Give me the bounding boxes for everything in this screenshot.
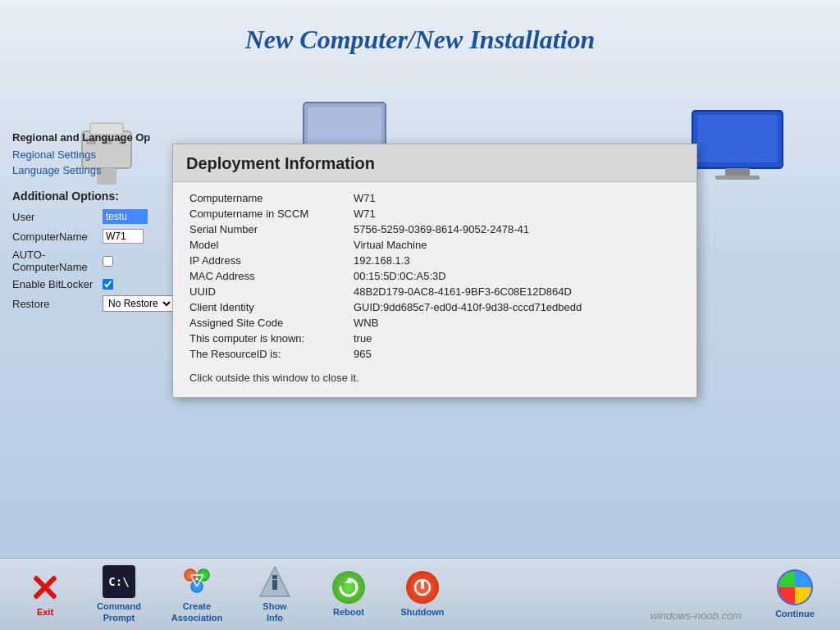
info-row-ip: IP Address 192.168.1.3	[189, 254, 680, 267]
restore-field: Restore No Restore	[12, 295, 160, 312]
deployment-popup-body: Computername W71 Computername in SCCM W7…	[173, 182, 696, 397]
show-info-button[interactable]: Show Info	[246, 565, 304, 623]
user-field: User	[12, 209, 160, 224]
info-value-ip: 192.168.1.3	[354, 254, 410, 267]
info-label-serial: Serial Number	[189, 223, 354, 235]
info-label-client-identity: Client Identity	[189, 301, 354, 313]
continue-label: Continue	[775, 609, 815, 619]
info-value-model: Virtual Machine	[354, 239, 427, 251]
info-row-computername: Computername W71	[189, 192, 680, 204]
info-value-client-identity: GUID:9dd685c7-ed0d-410f-9d38-cccd71edbed…	[354, 301, 582, 313]
monitor-right-icon	[684, 107, 791, 197]
additional-options-title: Additional Options:	[12, 189, 160, 203]
info-label-resourceid: The ResourceID is:	[189, 348, 354, 360]
auto-computername-label: AUTO- ComputerName	[12, 249, 103, 273]
user-input[interactable]	[103, 209, 148, 224]
regional-section-title: Regional and Language Op	[12, 131, 160, 144]
reboot-label: Reboot	[333, 607, 364, 618]
info-row-client-identity: Client Identity GUID:9dd685c7-ed0d-410f-…	[189, 301, 680, 313]
svg-rect-7	[308, 107, 381, 146]
show-info-label: Show Info	[262, 601, 286, 623]
show-info-icon	[258, 565, 291, 598]
popup-footer: Click outside this window to close it.	[189, 372, 680, 384]
info-row-mac: MAC Address 00:15:5D:0C:A5:3D	[189, 270, 680, 282]
user-label: User	[12, 211, 103, 223]
svg-rect-11	[697, 115, 778, 162]
sidebar-link-language[interactable]: Language Settings	[12, 164, 160, 176]
info-row-computername-sccm: Computername in SCCM W71	[189, 208, 680, 220]
enable-bitlocker-checkbox[interactable]	[103, 279, 113, 290]
info-value-mac: 00:15:5D:0C:A5:3D	[354, 270, 446, 282]
command-prompt-label: Command Prompt	[97, 601, 141, 623]
taskbar-left: Exit C:\ Command Prompt Create Associati…	[16, 565, 451, 623]
svg-rect-21	[272, 580, 277, 590]
deployment-popup: Deployment Information Computername W71 …	[172, 144, 697, 398]
computername-label: ComputerName	[12, 231, 103, 243]
svg-rect-13	[715, 176, 760, 180]
enable-bitlocker-label: Enable BitLocker	[12, 278, 103, 290]
sidebar-link-regional[interactable]: Regional Settings	[12, 148, 160, 161]
info-label-computername-sccm: Computername in SCCM	[189, 208, 354, 220]
svg-rect-12	[725, 168, 750, 176]
info-label-model: Model	[189, 239, 354, 251]
deployment-popup-title: Deployment Information	[173, 144, 696, 182]
svg-rect-25	[421, 580, 424, 589]
create-association-button[interactable]: Create Association	[164, 565, 230, 623]
info-row-known: This computer is known: true	[189, 332, 680, 345]
computername-input[interactable]	[103, 229, 144, 244]
exit-button[interactable]: Exit	[16, 571, 74, 618]
info-value-computername: W71	[354, 192, 376, 204]
auto-computername-field: AUTO- ComputerName	[12, 249, 160, 273]
enable-bitlocker-field: Enable BitLocker	[12, 278, 160, 290]
info-label-site-code: Assigned Site Code	[189, 317, 354, 329]
continue-icon	[777, 569, 813, 605]
shutdown-button[interactable]: Shutdown	[394, 571, 451, 618]
continue-button[interactable]: Continue	[766, 569, 824, 619]
info-value-serial: 5756-5259-0369-8614-9052-2478-41	[354, 223, 529, 235]
svg-rect-22	[272, 575, 277, 579]
page-title: New Computer/New Installation	[0, 0, 840, 55]
shutdown-label: Shutdown	[400, 607, 444, 618]
info-value-uuid: 48B2D179-0AC8-4161-9BF3-6C08E12D864D	[354, 285, 572, 298]
info-value-site-code: WNB	[354, 317, 378, 329]
info-label-known: This computer is known:	[189, 332, 354, 345]
info-label-computername: Computername	[189, 192, 354, 204]
shutdown-icon	[406, 571, 439, 604]
taskbar-right: Continue	[766, 569, 824, 619]
svg-rect-10	[692, 111, 783, 168]
reboot-icon	[332, 571, 365, 604]
info-row-resourceid: The ResourceID is: 965	[189, 348, 680, 360]
command-prompt-icon: C:\	[103, 565, 135, 598]
reboot-button[interactable]: Reboot	[320, 571, 377, 618]
create-association-icon	[180, 565, 213, 598]
command-prompt-button[interactable]: C:\ Command Prompt	[90, 565, 148, 623]
info-label-uuid: UUID	[189, 285, 354, 298]
sidebar: Regional and Language Op Regional Settin…	[0, 115, 172, 325]
create-association-label: Create Association	[171, 601, 222, 623]
watermark: windows-noob.com	[651, 609, 742, 622]
info-value-known: true	[354, 332, 372, 345]
computername-field: ComputerName	[12, 229, 160, 244]
info-label-mac: MAC Address	[189, 270, 354, 282]
info-label-ip: IP Address	[189, 254, 354, 267]
restore-label: Restore	[12, 298, 103, 310]
info-row-serial: Serial Number 5756-5259-0369-8614-9052-2…	[189, 223, 680, 235]
exit-label: Exit	[37, 607, 53, 618]
info-row-model: Model Virtual Machine	[189, 239, 680, 251]
info-row-site-code: Assigned Site Code WNB	[189, 317, 680, 329]
info-value-resourceid: 965	[354, 348, 372, 360]
restore-select[interactable]: No Restore	[103, 295, 174, 312]
auto-computername-checkbox[interactable]	[103, 256, 113, 267]
info-row-uuid: UUID 48B2D179-0AC8-4161-9BF3-6C08E12D864…	[189, 285, 680, 298]
info-value-computername-sccm: W71	[354, 208, 376, 220]
exit-icon	[29, 571, 62, 604]
